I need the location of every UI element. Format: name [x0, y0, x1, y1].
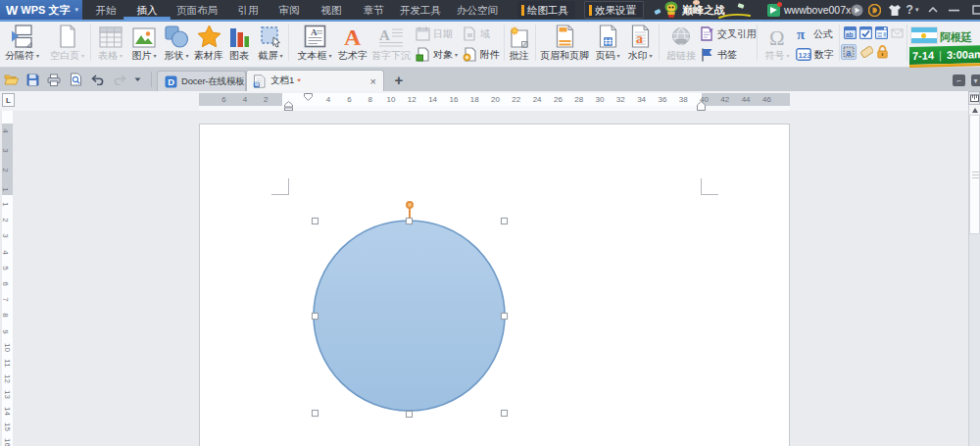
- hruler-number: 12: [408, 93, 416, 106]
- resize-handle-bottom-left[interactable]: [312, 410, 318, 417]
- worldcup-mascot-icon[interactable]: [662, 1, 680, 19]
- svg-text:123: 123: [799, 50, 812, 59]
- tab-stop-selector[interactable]: L: [2, 93, 15, 107]
- hruler-number: 4: [326, 93, 330, 106]
- dropdown-arrow-icon: ▾: [328, 53, 331, 59]
- vruler-number: 11: [3, 359, 12, 367]
- hruler-number: 6: [347, 93, 351, 106]
- vruler-number: 2: [1, 218, 10, 222]
- coin-icon[interactable]: [867, 3, 881, 17]
- unsaved-indicator: *: [297, 75, 301, 86]
- doc-tab-docer[interactable]: D Docer-在线模板 ×: [157, 71, 246, 91]
- ribbon-date-button[interactable]: 日期: [416, 25, 453, 41]
- svg-text:D: D: [168, 76, 174, 87]
- close-tab-icon[interactable]: ×: [367, 75, 383, 87]
- ribbon-comment-button[interactable]: 批注: [504, 23, 534, 64]
- save-button[interactable]: [24, 72, 40, 87]
- reset-form-eraser-button[interactable]: [859, 45, 873, 59]
- ribbon-number-button[interactable]: 123 数字: [796, 46, 834, 62]
- ribbon-blank-page-button[interactable]: 空白页▾: [45, 23, 89, 64]
- resize-handle-middle-right[interactable]: [501, 313, 508, 320]
- tabbar-option-button[interactable]: ⌐: [953, 74, 965, 86]
- ribbon-bookmark-button[interactable]: 书签: [700, 46, 737, 62]
- menu-tab-page-layout[interactable]: 页面布局: [174, 0, 220, 20]
- right-indent-marker[interactable]: [697, 101, 706, 111]
- resize-handle-top-left[interactable]: [312, 218, 318, 224]
- document-canvas[interactable]: 432112345678910111213141516: [0, 111, 980, 446]
- redo-button[interactable]: [112, 72, 127, 87]
- scroll-up-button[interactable]: [969, 105, 980, 115]
- menu-tab-developer[interactable]: 开发工具: [398, 0, 443, 20]
- context-tab-drawing-tools[interactable]: 绘图工具: [517, 1, 575, 19]
- skin-icon[interactable]: [888, 3, 902, 17]
- resize-handle-middle-left[interactable]: [312, 313, 318, 320]
- ribbon-text-box-button[interactable]: A 文本框▾: [292, 23, 337, 64]
- resize-handle-bottom-center[interactable]: [406, 411, 413, 418]
- print-preview-button[interactable]: [68, 72, 83, 87]
- confetti-blue: [654, 9, 661, 15]
- resize-handle-top-center[interactable]: [406, 218, 413, 224]
- ellipse-shape[interactable]: [312, 219, 507, 413]
- undo-button[interactable]: [90, 72, 106, 87]
- form-field-shading-button[interactable]: a: [841, 44, 857, 60]
- qat-customize-caret[interactable]: [131, 72, 143, 87]
- text-form-field-button[interactable]: ab: [843, 25, 857, 39]
- help-button[interactable]: ?▾: [904, 3, 921, 17]
- vruler-number: 1: [1, 202, 10, 206]
- resize-handle-top-right[interactable]: [501, 218, 508, 224]
- dropdown-form-field-button[interactable]: [874, 25, 888, 39]
- minimize-button[interactable]: [945, 0, 962, 20]
- match-banner[interactable]: 7-14 | 3:00am: [909, 45, 980, 65]
- menu-tab-home[interactable]: 开始: [88, 0, 123, 20]
- vruler-number: 4: [1, 128, 10, 132]
- menu-tab-insert[interactable]: 插入: [129, 0, 165, 20]
- attachment-icon: [463, 47, 477, 62]
- open-file-button[interactable]: [3, 72, 19, 87]
- ribbon-formula-button[interactable]: π 公式: [796, 25, 833, 41]
- doc-tab-document1[interactable]: W 文档1 * ×: [246, 70, 384, 91]
- ribbon-screenshot-button[interactable]: 截屏▾: [251, 23, 290, 64]
- menu-tab-review[interactable]: 审阅: [271, 0, 307, 20]
- context-tab-effect-settings[interactable]: 效果设置: [584, 1, 644, 19]
- resize-handle-bottom-right[interactable]: [501, 410, 508, 417]
- feedback-icon[interactable]: [850, 3, 863, 17]
- new-tab-button[interactable]: +: [386, 70, 412, 90]
- ribbon-drop-cap-button[interactable]: A 首字下沉: [367, 23, 416, 64]
- maximize-button[interactable]: [970, 0, 980, 20]
- ribbon-watermark-button[interactable]: a 水印▾: [620, 23, 660, 64]
- mail-form-button[interactable]: [890, 25, 904, 39]
- ribbon-header-footer-button[interactable]: 页眉和页脚: [535, 23, 594, 64]
- wps-menu-button[interactable]: W WPS 文字 ▾: [0, 0, 82, 20]
- print-button[interactable]: [46, 72, 62, 87]
- protect-form-lock-button[interactable]: [875, 45, 889, 59]
- ruler-toggle-button[interactable]: [968, 91, 980, 105]
- menu-tab-references[interactable]: 引用: [230, 0, 266, 20]
- menu-tab-office-space[interactable]: 办公空间: [455, 0, 500, 20]
- user-account[interactable]: wwwbove007x ▾: [767, 0, 858, 20]
- vruler-number: 13: [3, 390, 12, 399]
- ribbon-separator-button[interactable]: 分隔符▾: [0, 23, 44, 64]
- ribbon-cross-reference-button[interactable]: 交叉引用: [700, 25, 757, 41]
- ribbon-table-button[interactable]: 表格▾: [91, 23, 129, 64]
- scrollbar-thumb[interactable]: [969, 115, 980, 234]
- menu-tab-view[interactable]: 视图: [314, 0, 349, 20]
- checkbox-form-field-button[interactable]: [858, 25, 872, 39]
- hanging-indent-marker[interactable]: [284, 101, 293, 111]
- ribbon-object-button[interactable]: 对象▾: [416, 46, 458, 62]
- ribbon-attachment-button[interactable]: 附件: [463, 46, 500, 62]
- ribbon-hyperlink-button[interactable]: 超链接: [662, 23, 701, 64]
- dropdown-arrow-icon: ▾: [153, 53, 156, 59]
- vertical-scrollbar[interactable]: [968, 105, 980, 446]
- rotation-handle[interactable]: [406, 201, 414, 209]
- first-line-indent-marker[interactable]: [304, 93, 313, 101]
- collapse-ribbon-button[interactable]: [925, 0, 941, 20]
- app-title: WPS 文字: [21, 3, 70, 18]
- vruler-number: 3: [1, 234, 10, 238]
- menu-tab-section[interactable]: 章节: [356, 0, 391, 20]
- context-tab-marker: [521, 5, 524, 16]
- bookmark-flag-icon: [700, 47, 714, 62]
- tabbar-more-button[interactable]: ▾: [971, 74, 980, 86]
- vertical-ruler[interactable]: 432112345678910111213141516: [2, 111, 13, 446]
- ribbon-symbol-button[interactable]: Ω 符号▾: [758, 23, 797, 64]
- ribbon-field-button[interactable]: 域: [463, 25, 490, 41]
